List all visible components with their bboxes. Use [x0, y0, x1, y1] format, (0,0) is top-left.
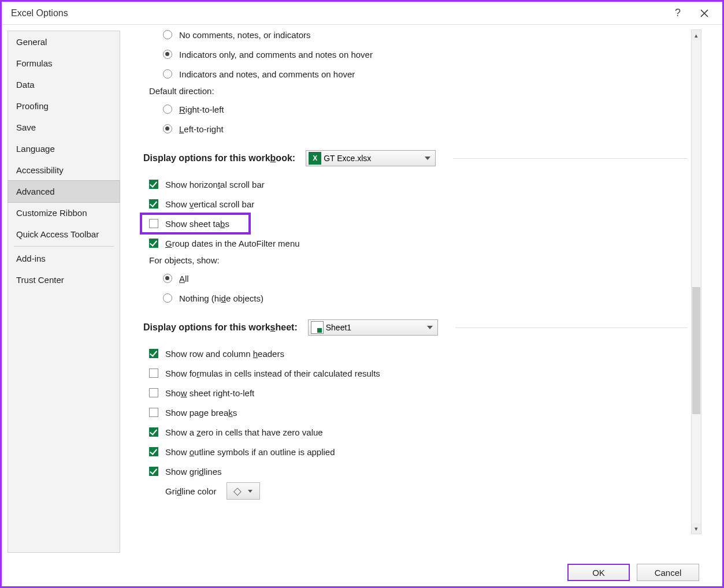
checkbox-label: Group dates in the AutoFilter menu [165, 239, 300, 248]
sidebar-item-trust-center[interactable]: Trust Center [8, 269, 120, 291]
chevron-down-icon [425, 157, 430, 160]
sidebar-item-accessibility[interactable]: Accessibility [8, 159, 120, 181]
sidebar-item-quick-access-toolbar[interactable]: Quick Access Toolbar [8, 224, 120, 245]
sidebar-item-save[interactable]: Save [8, 117, 120, 138]
radio-objects-all[interactable]: All [143, 269, 688, 288]
ok-button[interactable]: OK [567, 564, 630, 581]
checkbox-icon [149, 388, 158, 397]
radio-indicators-only[interactable]: Indicators only, and comments and notes … [143, 44, 688, 64]
radio-label: No comments, notes, or indicators [179, 30, 311, 40]
checkbox-icon [149, 447, 158, 456]
checkbox-group-dates-autofilter[interactable]: Group dates in the AutoFilter menu [143, 233, 688, 253]
radio-icon [163, 105, 172, 114]
checkbox-label: Show outline symbols if an outline is ap… [165, 447, 335, 457]
radio-icon [163, 69, 172, 79]
checkbox-icon [149, 349, 158, 358]
checkbox-gridlines[interactable]: Show gridlines [143, 462, 688, 481]
checkbox-label: Show a zero in cells that have zero valu… [165, 427, 323, 437]
checkbox-label: Show page breaks [165, 408, 237, 418]
checkbox-sheet-rtl[interactable]: Show sheet right-to-left [143, 383, 688, 403]
checkbox-show-formulas[interactable]: Show formulas in cells instead of their … [143, 363, 688, 383]
gridline-color-row: Gridline color [143, 481, 688, 501]
sidebar: General Formulas Data Proofing Save Lang… [8, 31, 120, 553]
close-icon [700, 9, 708, 17]
checkbox-icon [149, 427, 158, 437]
radio-label: Indicators and notes, and comments on ho… [179, 69, 355, 79]
titlebar: Excel Options ? [2, 2, 722, 25]
checkbox-show-sheet-tabs[interactable]: Show sheet tabs [143, 214, 688, 233]
checkbox-label: Show sheet right-to-left [165, 388, 254, 398]
checkbox-show-horizontal-scroll[interactable]: Show horizontal scroll bar [143, 174, 688, 194]
checkbox-icon [149, 199, 158, 209]
radio-label: Left-to-right [179, 124, 224, 134]
section-workbook-label: Display options for this workbook: [143, 153, 295, 163]
radio-icon [163, 293, 172, 303]
radio-label: Indicators only, and comments and notes … [179, 50, 373, 59]
checkbox-label: Show gridlines [165, 467, 222, 477]
sidebar-item-customize-ribbon[interactable]: Customize Ribbon [8, 202, 120, 224]
checkbox-show-zero[interactable]: Show a zero in cells that have zero valu… [143, 422, 688, 442]
sidebar-item-data[interactable]: Data [8, 74, 120, 95]
checkbox-label: Show horizontal scroll bar [165, 180, 265, 189]
radio-label: Nothing (hide objects) [179, 293, 263, 303]
checkbox-row-column-headers[interactable]: Show row and column headers [143, 344, 688, 363]
checkbox-show-vertical-scroll[interactable]: Show vertical scroll bar [143, 194, 688, 214]
excel-file-icon: X [309, 152, 321, 165]
cancel-button[interactable]: Cancel [637, 564, 699, 581]
checkbox-label: Show row and column headers [165, 349, 284, 359]
workbook-dropdown-value: GT Exce.xlsx [324, 154, 371, 163]
close-button[interactable] [691, 2, 718, 24]
sidebar-item-language[interactable]: Language [8, 138, 120, 159]
radio-label: Right-to-left [179, 105, 224, 114]
radio-left-to-right[interactable]: Left-to-right [143, 119, 688, 139]
sidebar-separator [14, 246, 114, 247]
for-objects-label: For objects, show: [143, 253, 688, 269]
radio-label: All [179, 274, 189, 284]
checkbox-outline-symbols[interactable]: Show outline symbols if an outline is ap… [143, 442, 688, 462]
checkbox-label: Show formulas in cells instead of their … [165, 369, 380, 378]
radio-no-comments[interactable]: No comments, notes, or indicators [143, 25, 688, 44]
gridline-color-label: Gridline color [165, 486, 216, 496]
checkbox-label: Show vertical scroll bar [165, 199, 254, 209]
checkbox-icon [149, 369, 158, 378]
worksheet-dropdown[interactable]: Sheet1 [308, 319, 438, 336]
sidebar-item-general[interactable]: General [8, 31, 120, 53]
window-title: Excel Options [6, 8, 68, 18]
main-panel: No comments, notes, or indicators Indica… [120, 25, 722, 559]
checkbox-icon [149, 408, 158, 417]
paint-bucket-icon [234, 486, 244, 496]
radio-indicators-and-notes[interactable]: Indicators and notes, and comments on ho… [143, 64, 688, 84]
radio-icon [163, 274, 172, 283]
dialog-footer: OK Cancel [2, 559, 722, 586]
checkbox-page-breaks[interactable]: Show page breaks [143, 403, 688, 422]
sidebar-item-formulas[interactable]: Formulas [8, 53, 120, 74]
sidebar-item-add-ins[interactable]: Add-ins [8, 248, 120, 269]
radio-icon [163, 124, 172, 133]
checkbox-label: Show sheet tabs [165, 219, 229, 229]
checkbox-icon [149, 239, 158, 248]
gridline-color-button[interactable] [227, 482, 260, 500]
help-button[interactable]: ? [664, 2, 691, 24]
section-workbook: Display options for this workbook: X GT … [143, 150, 688, 166]
checkbox-icon [149, 180, 158, 189]
section-worksheet-label: Display options for this worksheet: [143, 322, 298, 333]
checkbox-icon [149, 467, 158, 476]
chevron-down-icon [248, 490, 253, 493]
workbook-dropdown[interactable]: X GT Exce.xlsx [306, 150, 436, 166]
default-direction-label: Default direction: [143, 84, 688, 99]
checkbox-icon [149, 219, 158, 228]
sidebar-item-proofing[interactable]: Proofing [8, 95, 120, 117]
radio-icon [163, 30, 172, 39]
sidebar-item-advanced[interactable]: Advanced [8, 180, 120, 203]
radio-objects-nothing[interactable]: Nothing (hide objects) [143, 288, 688, 308]
scroll-up-arrow[interactable]: ▴ [692, 30, 701, 40]
section-worksheet: Display options for this worksheet: Shee… [143, 319, 688, 336]
chevron-down-icon [427, 326, 433, 329]
vertical-scrollbar[interactable]: ▴ ▾ [691, 29, 701, 534]
sheet-icon [311, 321, 324, 334]
scroll-thumb[interactable] [692, 287, 700, 414]
radio-right-to-left[interactable]: Right-to-left [143, 99, 688, 119]
worksheet-dropdown-value: Sheet1 [326, 323, 351, 332]
radio-icon [163, 50, 172, 59]
scroll-down-arrow[interactable]: ▾ [692, 523, 701, 534]
